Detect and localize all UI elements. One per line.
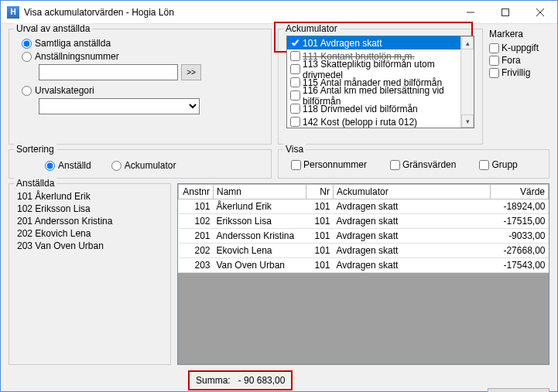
ack-item-checkbox[interactable]	[290, 117, 300, 127]
ack-item-label: 142 Kost (belopp i ruta 012)	[303, 117, 417, 128]
markera-legend: Markera	[489, 29, 549, 39]
col-varde[interactable]: Värde	[491, 185, 549, 199]
window-title: Visa ackumulatorvärden - Hogia Lön	[24, 7, 453, 18]
anstallda-list[interactable]: 101 Åkerlund Erik102 Eriksson Lisa201 An…	[17, 190, 163, 252]
chk-gransvarden-label: Gränsvärden	[402, 159, 456, 170]
ackumulator-list[interactable]: 101 Avdragen skatt111 Kontant bruttolön …	[286, 36, 474, 128]
kategori-select[interactable]	[39, 98, 200, 114]
minimize-button[interactable]	[453, 1, 488, 23]
urval-group: Urval av anställda Samtliga anställda An…	[9, 29, 272, 145]
col-namn[interactable]: Namn	[214, 185, 306, 199]
maximize-icon	[502, 9, 509, 16]
radio-anstnr-label: Anställningsnummer	[35, 51, 119, 62]
chk-gransvarden[interactable]	[390, 160, 400, 170]
radio-anstnr[interactable]	[22, 52, 32, 62]
close-icon	[536, 9, 544, 16]
chk-kuppgift[interactable]	[489, 43, 499, 53]
radio-kategori-label: Urvalskategori	[35, 85, 94, 96]
ack-item[interactable]: 116 Antal km med bilersättning vid bilfö…	[287, 89, 460, 102]
table-row[interactable]: 201Andersson Kristina101Avdragen skatt-9…	[179, 229, 549, 244]
svg-rect-1	[502, 9, 508, 15]
anstallda-group: Anställda 101 Åkerlund Erik102 Eriksson …	[9, 183, 171, 365]
visa-legend: Visa	[283, 144, 306, 155]
ack-item-label: 101 Avdragen skatt	[303, 38, 382, 49]
app-icon: H	[7, 6, 19, 19]
radio-sort-anstalld-label: Anställd	[58, 160, 91, 171]
sortering-group: Sortering Anställd Ackumulator	[9, 149, 272, 179]
ack-item[interactable]: 142 Kost (belopp i ruta 012)	[287, 115, 460, 128]
sortering-legend: Sortering	[14, 144, 56, 155]
ack-item-checkbox[interactable]	[290, 51, 300, 61]
chk-kuppgift-label: K-uppgift	[502, 43, 539, 53]
app-window: H Visa ackumulatorvärden - Hogia Lön Urv…	[0, 0, 558, 392]
ack-scrollbar[interactable]: ▴ ▾	[460, 36, 474, 128]
anstnr-go-button[interactable]: >>	[181, 64, 201, 80]
radio-sort-ack[interactable]	[111, 161, 122, 171]
chk-grupp[interactable]	[479, 160, 489, 170]
table-row[interactable]: 101Åkerlund Erik101Avdragen skatt-18924,…	[179, 199, 549, 214]
minimize-icon	[467, 9, 474, 16]
list-item[interactable]: 201 Andersson Kristina	[17, 215, 163, 227]
titlebar: H Visa ackumulatorvärden - Hogia Lön	[1, 1, 557, 24]
col-nr[interactable]: Nr	[306, 185, 334, 199]
ack-item-checkbox[interactable]	[290, 104, 300, 114]
list-item[interactable]: 102 Eriksson Lisa	[17, 203, 163, 215]
table-row[interactable]: 202Ekovich Lena101Avdragen skatt-27668,0…	[179, 244, 549, 258]
chk-personnummer[interactable]	[291, 160, 301, 170]
ackumulator-group: Ackumulator 101 Avdragen skatt111 Kontan…	[278, 29, 483, 145]
list-item[interactable]: 202 Ekovich Lena	[17, 227, 163, 240]
chk-fora[interactable]	[489, 56, 499, 66]
ack-item[interactable]: 101 Avdragen skatt	[287, 36, 460, 49]
summa-box: Summa: - 90 683,00	[188, 370, 293, 390]
ack-item-checkbox[interactable]	[290, 77, 300, 87]
visa-button[interactable]: Visa	[488, 388, 549, 392]
list-item[interactable]: 203 Van Oven Urban	[17, 240, 163, 252]
chk-grupp-label: Grupp	[491, 159, 517, 170]
result-table: Anstnr Namn Nr Ackumulator Värde 101Åker…	[178, 184, 549, 273]
radio-sort-ack-label: Ackumulator	[125, 160, 176, 171]
ack-item-checkbox[interactable]	[290, 38, 300, 48]
list-item[interactable]: 101 Åkerlund Erik	[17, 190, 163, 203]
col-anstnr[interactable]: Anstnr	[179, 185, 214, 199]
ack-item[interactable]: 113 Skattepliktig bilförmån utom drivmed…	[287, 63, 460, 76]
close-button[interactable]	[522, 1, 557, 23]
col-ack[interactable]: Ackumulator	[334, 185, 491, 199]
radio-samtliga[interactable]	[22, 39, 32, 49]
anstallda-legend: Anställda	[14, 178, 56, 189]
radio-samtliga-label: Samtliga anställda	[35, 38, 111, 49]
radio-sort-anstalld[interactable]	[45, 161, 55, 171]
summa-label: Summa:	[196, 375, 231, 386]
maximize-button[interactable]	[488, 1, 522, 23]
anstnr-input[interactable]	[39, 64, 178, 80]
ack-item-checkbox[interactable]	[290, 64, 300, 74]
summa-value: - 90 683,00	[238, 375, 286, 386]
table-row[interactable]: 102Eriksson Lisa101Avdragen skatt-17515,…	[179, 214, 549, 229]
scroll-down-icon[interactable]: ▾	[461, 114, 474, 128]
chk-frivillig-label: Frivillig	[502, 67, 530, 78]
chk-personnummer-label: Personnummer	[303, 159, 367, 170]
ack-item-checkbox[interactable]	[290, 90, 300, 101]
markera-group: Markera K-uppgift Fora Frivillig	[489, 29, 549, 145]
urval-legend: Urval av anställda	[14, 23, 92, 34]
scroll-up-icon[interactable]: ▴	[461, 36, 474, 49]
table-row[interactable]: 203Van Oven Urban101Avdragen skatt-17543…	[179, 258, 549, 273]
result-table-wrap: Anstnr Namn Nr Ackumulator Värde 101Åker…	[177, 183, 549, 365]
visa-group: Visa Personnummer Gränsvärden Grupp	[278, 149, 549, 179]
chk-fora-label: Fora	[502, 55, 521, 66]
chk-frivillig[interactable]	[489, 68, 499, 78]
ack-item-label: 118 Drivmedel vid bilförmån	[303, 104, 418, 114]
ackumulator-legend: Ackumulator	[283, 23, 340, 34]
radio-kategori[interactable]	[22, 86, 32, 96]
